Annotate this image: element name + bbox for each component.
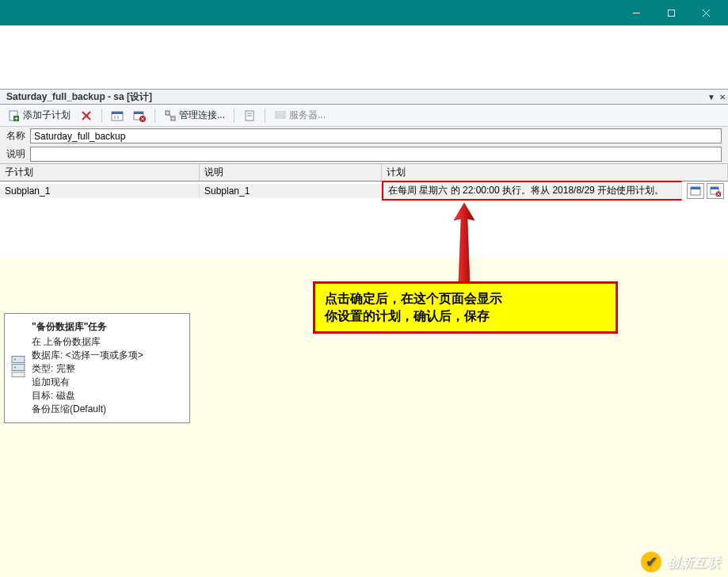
desc-input[interactable] (30, 147, 722, 162)
svg-marker-39 (454, 203, 475, 282)
remove-schedule-button[interactable] (707, 183, 724, 199)
window-titlebar (0, 0, 728, 25)
callout-line2: 你设置的计划，确认后，保存 (325, 308, 606, 325)
task-line: 类型: 完整 (32, 362, 181, 376)
toolbar-separator (234, 109, 234, 123)
subplan-grid-row[interactable]: Subplan_1 Subplan_1 在每周 星期六 的 22:00:00 执… (0, 182, 728, 200)
task-line: 目标: 磁盘 (32, 389, 181, 403)
col-header-desc[interactable]: 说明 (200, 164, 382, 181)
svg-rect-19 (166, 111, 170, 115)
ribbon-placeholder (0, 25, 728, 89)
calendar-tool-button[interactable] (108, 109, 127, 123)
name-input[interactable] (30, 128, 722, 143)
svg-point-38 (14, 366, 16, 368)
annotation-arrow (452, 203, 476, 282)
svg-rect-15 (134, 112, 143, 114)
svg-rect-26 (276, 116, 285, 118)
servers-icon (274, 109, 287, 122)
document-tab-title[interactable]: Saturday_full_backup - sa [设计] (6, 90, 706, 104)
svg-line-21 (170, 115, 171, 117)
desc-row: 说明 (0, 145, 728, 163)
cell-desc[interactable]: Subplan_1 (200, 184, 382, 198)
server-icon (10, 354, 27, 382)
cell-subplan[interactable]: Subplan_1 (0, 184, 200, 198)
watermark: ✔ 创新互联 (641, 552, 720, 572)
calendar-delete-icon (133, 109, 146, 122)
svg-rect-11 (112, 112, 123, 114)
svg-rect-36 (12, 372, 25, 376)
task-line: 备份压缩(Default) (32, 403, 181, 416)
close-button[interactable] (688, 2, 723, 24)
calendar-icon (111, 109, 124, 122)
backup-task-box[interactable]: "备份数据库"任务 在 上备份数据库 数据库: <选择一项或多项> 类型: 完整… (4, 313, 190, 423)
toolbar-separator (265, 109, 265, 123)
tab-close-icon[interactable]: ✕ (717, 93, 728, 101)
name-row: 名称 (0, 127, 728, 145)
servers-button[interactable]: 服务器... (271, 108, 329, 123)
manage-connections-label: 管理连接... (179, 109, 225, 122)
minimize-button[interactable] (619, 2, 654, 24)
callout-line1: 点击确定后，在这个页面会显示 (325, 290, 606, 308)
delete-schedule-button[interactable] (130, 109, 149, 123)
row-actions (682, 183, 728, 199)
desc-label: 说明 (6, 147, 30, 161)
svg-rect-1 (668, 10, 674, 16)
annotation-callout: 点击确定后，在这个页面会显示 你设置的计划，确认后，保存 (313, 281, 618, 334)
toolbar-separator (101, 109, 102, 123)
document-tab-header: Saturday_full_backup - sa [设计] ▼ ✕ (0, 89, 728, 105)
col-header-plan[interactable]: 计划 (382, 164, 728, 181)
task-line: 追加现有 (32, 376, 181, 389)
delete-subplan-button[interactable] (77, 109, 96, 123)
report-icon (243, 109, 256, 122)
manage-connections-button[interactable]: 管理连接... (161, 108, 228, 123)
watermark-logo-icon: ✔ (641, 552, 661, 572)
svg-rect-35 (12, 364, 25, 370)
svg-rect-20 (171, 117, 175, 120)
servers-label: 服务器... (289, 109, 326, 122)
task-title: "备份数据库"任务 (32, 320, 181, 334)
report-tool-button[interactable] (240, 109, 259, 123)
svg-rect-34 (12, 356, 25, 362)
svg-rect-30 (711, 187, 718, 189)
delete-icon (80, 109, 93, 122)
add-subplan-label: 添加子计划 (23, 109, 71, 122)
subplan-grid-header: 子计划 说明 计划 (0, 163, 728, 182)
task-line: 在 上备份数据库 (32, 335, 181, 349)
designer-toolbar: 添加子计划 管理连接... 服务器... (0, 105, 728, 127)
schedule-button[interactable] (687, 183, 704, 199)
col-header-subplan[interactable]: 子计划 (0, 164, 200, 181)
svg-rect-28 (691, 187, 700, 189)
add-subplan-button[interactable]: 添加子计划 (5, 108, 74, 123)
watermark-text: 创新互联 (666, 553, 720, 571)
tab-dropdown-icon[interactable]: ▼ (706, 93, 717, 101)
cell-plan-highlighted[interactable]: 在每周 星期六 的 22:00:00 执行。将从 2018/8/29 开始使用计… (382, 181, 682, 201)
svg-point-37 (14, 358, 16, 360)
add-subplan-icon (8, 109, 21, 122)
maximize-button[interactable] (654, 2, 688, 24)
toolbar-separator (154, 109, 155, 123)
task-line: 数据库: <选择一项或多项> (32, 349, 181, 362)
name-label: 名称 (6, 129, 30, 143)
svg-rect-25 (276, 112, 285, 114)
connections-icon (164, 109, 177, 122)
